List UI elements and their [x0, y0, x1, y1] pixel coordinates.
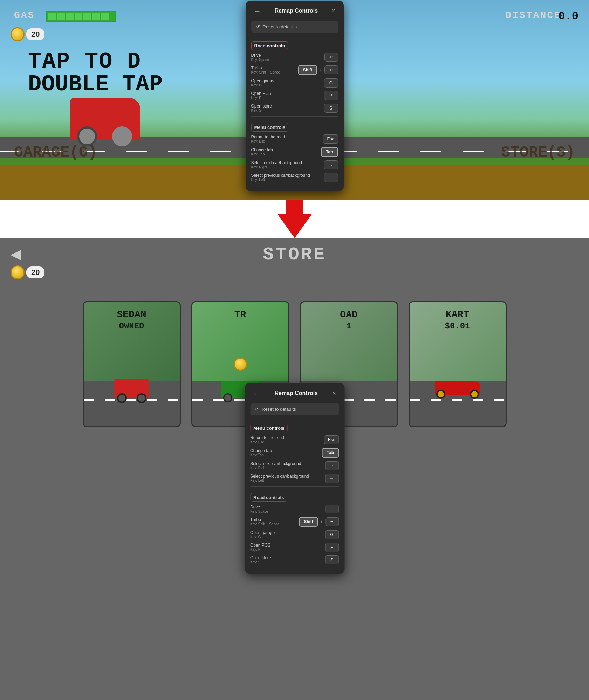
turbo-label: Turbo	[251, 65, 280, 70]
modal-title-bottom: Remap Controls	[263, 390, 329, 396]
garage-key-button[interactable]: G	[324, 78, 338, 88]
tap-to-drive-text: TAP TO D	[28, 49, 141, 74]
double-tap-text: DOUBLE TAP	[28, 72, 163, 97]
turbo-space-key-bottom[interactable]: ↵	[325, 517, 339, 526]
coin-badge-bottom: 20	[11, 265, 44, 279]
right-key-button-top[interactable]: →	[324, 160, 338, 169]
return-label-bottom: Return to the road	[250, 435, 284, 440]
control-row-changetab-bottom: Change tab Key: Tab Tab	[250, 448, 339, 458]
turbo-subkey-bottom: Key: Shift + Space	[250, 522, 279, 526]
pgs-key-button[interactable]: P	[324, 91, 338, 100]
turbo-label-bottom: Turbo	[250, 517, 279, 522]
gas-segment	[48, 13, 56, 20]
road-controls-section-top: Road controls Drive Key: Space ↵ Turbo K…	[251, 38, 338, 113]
menu-controls-section-top: Menu controls Return to the road Key: Es…	[251, 119, 338, 182]
garage-key-button-bottom[interactable]: G	[325, 530, 339, 539]
control-row-return-bottom: Return to the road Key: Esc Esc	[250, 435, 339, 444]
store-action-label: Open store	[251, 104, 272, 109]
store-key-button[interactable]: S	[324, 104, 338, 113]
store-action-subkey-bottom: Key: S	[250, 560, 271, 564]
left-key-button-top[interactable]: ←	[324, 173, 338, 182]
store-title: STORE	[263, 244, 326, 265]
distance-value: 0.0	[558, 10, 578, 23]
down-arrow-indicator	[277, 200, 312, 238]
turbo-shift-key-bottom[interactable]: Shift	[299, 517, 318, 527]
return-subkey-top: Key: Esc	[251, 139, 285, 143]
coin-value-top: 20	[26, 28, 44, 40]
car-card-kart[interactable]: KART $0.01	[409, 301, 507, 427]
control-row-next-top: Select next car/background Key: Right →	[251, 160, 338, 169]
turbo-shift-key[interactable]: Shift	[298, 65, 317, 75]
sedan-sub: OWNED	[84, 321, 180, 331]
control-row-changetab-top: Change tab Key: Tab Tab	[251, 147, 338, 157]
esc-key-button-bottom[interactable]: Esc	[324, 435, 339, 444]
right-key-button-bottom[interactable]: →	[325, 461, 339, 470]
drive-subkey-bottom: Key: Space	[250, 510, 268, 513]
store-back-button[interactable]: ◀	[11, 246, 21, 262]
turbo-space-key[interactable]: ↵	[324, 65, 338, 74]
modal-header-top: ← Remap Controls ×	[251, 6, 338, 16]
drive-label: Drive	[251, 53, 269, 58]
prev-subkey-top: Key: Left	[251, 178, 310, 182]
turbo-keys-bottom: Shift + ↵	[299, 517, 339, 527]
control-row-turbo-top: Turbo Key: Shift + Space Shift + ↵	[251, 65, 338, 75]
changetab-subkey-bottom: Key: Tab	[250, 453, 272, 457]
store-key-button-bottom[interactable]: S	[325, 555, 339, 564]
section-divider-bottom	[250, 486, 339, 487]
sedan-car-body	[114, 379, 149, 398]
esc-key-button-top[interactable]: Esc	[323, 134, 338, 144]
coin-badge-top: 20	[11, 27, 44, 41]
gas-label: GAS	[14, 10, 35, 21]
modal-back-button-bottom[interactable]: ←	[250, 389, 263, 398]
turbo-subkey: Key: Shift + Space	[251, 70, 280, 74]
section-divider-top	[251, 116, 338, 117]
modal-back-button-top[interactable]: ←	[251, 6, 264, 16]
modal-header-bottom: ← Remap Controls ×	[250, 389, 339, 398]
sedan-label: SEDAN	[84, 309, 180, 320]
distance-label: DISTANCE	[506, 10, 561, 21]
oad-sub: 1	[301, 321, 397, 331]
arrow-head	[277, 214, 312, 238]
control-row-next-bottom: Select next car/background Key: Right →	[250, 461, 339, 470]
coin-value-bottom: 20	[26, 266, 44, 278]
prev-label-top: Select previous car/background	[251, 173, 310, 178]
remap-controls-modal-top: ← Remap Controls × ↺ Reset to defaults R…	[246, 1, 344, 191]
drive-key-button-bottom[interactable]: ↵	[325, 505, 339, 513]
prev-subkey-bottom: Key: Left	[250, 479, 309, 483]
store-label-top: STORE(S)	[501, 144, 575, 161]
pgs-key-button-bottom[interactable]: P	[325, 543, 339, 552]
kart-label: KART	[410, 309, 506, 320]
control-row-pgs-top: Open PGS Key: P P	[251, 91, 338, 100]
pgs-label: Open PGS	[251, 91, 272, 96]
reset-defaults-button-bottom[interactable]: ↺ Reset to defaults	[250, 403, 339, 415]
tab-key-button-bottom[interactable]: Tab	[322, 448, 339, 458]
gas-segment	[66, 13, 74, 20]
modal-close-button-top[interactable]: ×	[329, 7, 338, 15]
tr-label: TR	[192, 309, 288, 320]
oad-label: OAD	[301, 309, 397, 320]
gas-segment	[57, 13, 65, 20]
control-row-drive-top: Drive Key: Space ↵	[251, 53, 338, 62]
left-key-button-bottom[interactable]: ←	[325, 474, 339, 483]
menu-controls-header-top: Menu controls	[251, 123, 289, 132]
reset-defaults-button-top[interactable]: ↺ Reset to defaults	[251, 21, 338, 33]
kart-wheel-fl	[436, 390, 445, 399]
next-label-bottom: Select next car/background	[250, 461, 301, 466]
coin-icon	[11, 27, 25, 41]
gas-segment	[75, 13, 82, 20]
sedan-wheel-l	[117, 393, 127, 403]
next-subkey-bottom: Key: Right	[250, 466, 301, 470]
drive-key-button[interactable]: ↵	[324, 53, 338, 62]
garage-action-label-bottom: Open garage	[250, 530, 275, 535]
modal-close-button-bottom[interactable]: ×	[329, 389, 339, 398]
tab-key-button-top[interactable]: Tab	[321, 147, 338, 157]
garage-action-subkey-bottom: Key: G	[250, 535, 275, 539]
sedan-wheel-r	[137, 393, 146, 403]
menu-controls-header-bottom: Menu controls	[250, 424, 288, 432]
changetab-label-top: Change tab	[251, 147, 273, 152]
prev-label-bottom: Select previous car/background	[250, 474, 309, 479]
gas-segment	[83, 13, 91, 20]
gas-segment	[92, 13, 100, 20]
car-card-sedan[interactable]: SEDAN OWNED	[83, 301, 181, 427]
control-row-drive-bottom: Drive Key: Space ↵	[250, 505, 339, 513]
